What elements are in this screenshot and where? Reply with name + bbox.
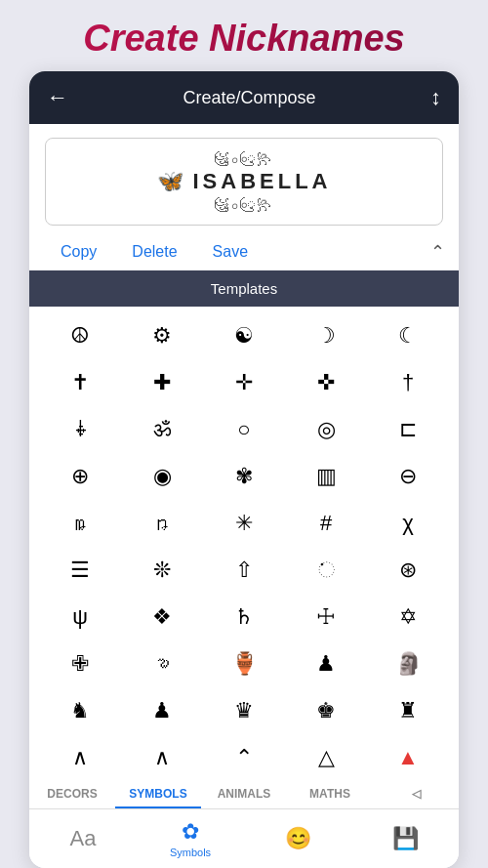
symbol-circle-minus[interactable]: ⊖ (386, 457, 429, 496)
app-container: ← Create/Compose ↕ ꧁ꦿ০৹ꦿ꧂ 🦋 ISABELLA ꧁ꦿ০… (29, 71, 459, 868)
symbol-king[interactable]: ♚ (305, 691, 347, 730)
symbol-circle[interactable]: ○ (223, 410, 265, 449)
symbols-grid: ☮ ⚙ ☯ ☽ ☾ ✝ ✚ ✛ ✜ † ⸸ ॐ ○ ◎ ⊏ ⊕ ◉ ✾ ▥ ⊖ (29, 307, 459, 779)
symbols-icon: ✿ (182, 819, 199, 845)
save-icon: 💾 (392, 826, 419, 851)
symbols-row: ψ ❖ ♄ ☩ ✡ (39, 594, 449, 641)
tab-symbols[interactable]: SYMBOLS (115, 779, 201, 808)
symbol-arrow-up[interactable]: ⇧ (223, 551, 265, 590)
symbol-chess-pawn[interactable]: ♟ (305, 644, 347, 683)
symbol-yin-yang[interactable]: ☯ (223, 316, 265, 355)
symbol-diamond4[interactable]: ❖ (141, 598, 183, 637)
symbol-hash[interactable]: # (305, 504, 347, 543)
symbol-psi[interactable]: ψ (59, 598, 102, 637)
symbols-row: ꬺ ꬻ ✳ # χ (39, 500, 449, 547)
preview-name: ISABELLA (193, 169, 332, 194)
symbol-chi[interactable]: χ (386, 504, 429, 543)
symbol-cross3[interactable]: ✛ (223, 363, 265, 402)
symbols-row: ♞ ♟ ♛ ♚ ♜ (39, 687, 449, 734)
symbol-bullseye[interactable]: ◎ (305, 410, 347, 449)
symbol-cross-ornate[interactable]: ⸸ (59, 410, 102, 449)
templates-bar[interactable]: Templates (29, 270, 459, 307)
symbol-cross2[interactable]: ✚ (141, 363, 183, 402)
tab-maths[interactable]: MATHS (287, 779, 373, 808)
symbol-ornate2[interactable]: ᨰ (141, 644, 183, 683)
symbol-a1[interactable]: ∧ (59, 738, 102, 777)
symbol-asterisk[interactable]: ✳ (223, 504, 265, 543)
tab-decors[interactable]: DECORS (29, 779, 115, 808)
symbols-row: ⸸ ॐ ○ ◎ ⊏ (39, 406, 449, 453)
copy-button[interactable]: Copy (43, 239, 114, 265)
topbar-title: Create/Compose (183, 88, 315, 108)
preview-name-row: 🦋 ISABELLA (157, 169, 332, 194)
page-title: Create Nicknames (63, 0, 425, 71)
symbol-peace[interactable]: ☮ (59, 316, 102, 355)
symbols-label: Symbols (170, 847, 211, 858)
nav-text[interactable]: Aa (29, 813, 137, 864)
back-icon[interactable]: ← (47, 85, 68, 110)
symbol-pawn[interactable]: ♟ (141, 691, 183, 730)
symbols-row: ✙ ᨰ 🏺 ♟ 🗿 (39, 641, 449, 687)
symbol-dharma[interactable]: ⚙ (141, 316, 183, 355)
nav-emoji[interactable]: 😊 (244, 813, 351, 864)
symbol-bracket[interactable]: ⊏ (386, 410, 429, 449)
top-bar: ← Create/Compose ↕ (29, 71, 459, 124)
symbols-row: ⊕ ◉ ✾ ▥ ⊖ (39, 453, 449, 500)
symbol-snowflake[interactable]: ❊ (141, 551, 183, 590)
symbols-row: ☮ ⚙ ☯ ☽ ☾ (39, 312, 449, 359)
symbol-spiral[interactable]: ◉ (141, 457, 183, 496)
symbols-row: ✝ ✚ ✛ ✜ † (39, 359, 449, 406)
bottom-nav: Aa ✿ Symbols 😊 💾 (29, 808, 459, 868)
symbol-grid[interactable]: ▥ (305, 457, 347, 496)
tab-animals[interactable]: ANIMALS (201, 779, 287, 808)
chevron-up-icon[interactable]: ⌃ (430, 241, 445, 263)
symbol-trigram[interactable]: ☰ (59, 551, 102, 590)
sort-icon[interactable]: ↕ (430, 85, 441, 110)
tab-back[interactable]: ◁ (373, 779, 459, 808)
symbols-row-partial: ∧ ∧ ⌃ △ ▲ (39, 734, 449, 779)
symbol-cross-ornate2[interactable]: ☩ (305, 598, 347, 637)
symbol-star-david[interactable]: ✡ (386, 598, 429, 637)
nav-symbols[interactable]: ✿ Symbols (137, 813, 244, 864)
symbol-knight[interactable]: ♞ (59, 691, 102, 730)
symbol-crescent2[interactable]: ☾ (386, 316, 429, 355)
symbol-cross-circle[interactable]: ✙ (59, 644, 102, 683)
action-row: Copy Delete Save ⌃ (29, 233, 459, 270)
save-button[interactable]: Save (195, 239, 265, 265)
symbol-flower[interactable]: ✾ (223, 457, 265, 496)
symbol-queen[interactable]: ♛ (223, 691, 265, 730)
symbol-triangle-red[interactable]: ▲ (386, 738, 429, 777)
symbol-cross4[interactable]: ✜ (305, 363, 347, 402)
emoji-icon: 😊 (285, 826, 311, 851)
delete-button[interactable]: Delete (114, 239, 194, 265)
text-icon: Aa (70, 826, 97, 851)
symbol-cross5[interactable]: † (386, 363, 429, 402)
symbol-a4[interactable]: △ (305, 738, 347, 777)
symbol-om[interactable]: ॐ (141, 410, 183, 449)
symbol-khanda-like[interactable]: ᨗ (305, 551, 347, 590)
symbol-a3[interactable]: ⌃ (223, 738, 265, 777)
symbol-cross1[interactable]: ✝ (59, 363, 102, 402)
symbol-m1[interactable]: ꬺ (59, 504, 102, 543)
symbol-saturn[interactable]: ♄ (223, 598, 265, 637)
nav-save[interactable]: 💾 (351, 813, 459, 864)
deco-top: ꧁ꦿ০৹ꦿ꧂ (215, 148, 273, 169)
symbol-a2[interactable]: ∧ (141, 738, 183, 777)
butterfly-icon: 🦋 (157, 169, 187, 194)
symbols-row: ☰ ❊ ⇧ ᨗ ⊛ (39, 547, 449, 594)
symbol-trophy[interactable]: 🏺 (223, 644, 265, 683)
symbol-circle-cross[interactable]: ⊕ (59, 457, 102, 496)
symbol-tabs: DECORS SYMBOLS ANIMALS MATHS ◁ (29, 779, 459, 808)
symbol-crescent1[interactable]: ☽ (305, 316, 347, 355)
preview-area: ꧁ꦿ০৹ꦿ꧂ 🦋 ISABELLA ꧁ꦿ০৹ꦿ꧂ (45, 138, 443, 226)
symbol-column[interactable]: 🗿 (386, 644, 429, 683)
deco-bottom: ꧁ꦿ০৹ꦿ꧂ (215, 194, 273, 215)
symbol-m2[interactable]: ꬻ (141, 504, 183, 543)
symbol-sikh[interactable]: ⊛ (386, 551, 429, 590)
symbol-rook[interactable]: ♜ (386, 691, 429, 730)
